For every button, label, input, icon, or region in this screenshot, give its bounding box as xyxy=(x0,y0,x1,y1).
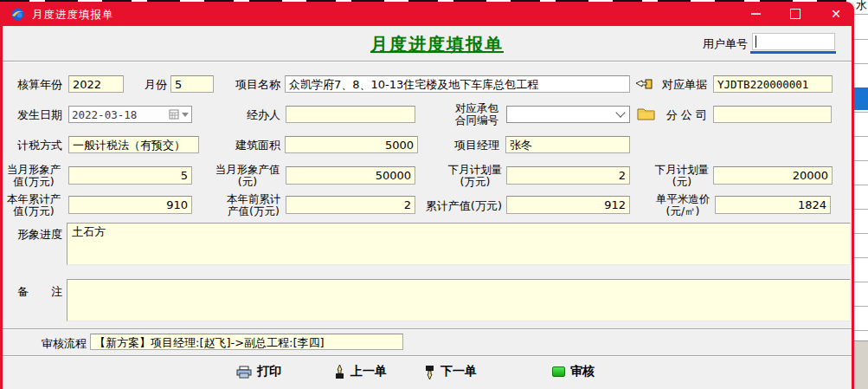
contract-no-label-line1: 对应承包 xyxy=(452,102,502,114)
remark-textarea[interactable] xyxy=(67,279,851,321)
cur-month-yuan-label-line1: 当月形象产值 xyxy=(213,164,282,176)
next-month-wan-label: 下月计划量 (万元) xyxy=(447,164,503,188)
doc-no-field[interactable]: YJDTB220000001 xyxy=(713,75,833,93)
total-output-label: 累计产值(万元) xyxy=(422,199,502,212)
minimize-icon xyxy=(751,13,761,15)
unit-cost-field[interactable]: 1824 xyxy=(715,196,831,214)
handler-label: 经办人 xyxy=(242,108,280,121)
titlebar[interactable]: 月度进度填报单 ✕ xyxy=(0,2,854,26)
background-selected-cell xyxy=(854,88,868,110)
cur-month-wan-label-line1: 当月形象产 xyxy=(5,164,62,176)
cur-month-yuan-label: 当月形象产值 (元) xyxy=(213,164,282,188)
text-caret xyxy=(755,36,756,48)
chevron-down-icon xyxy=(615,107,625,117)
doc-no-label: 对应单据 xyxy=(662,78,707,91)
form-title: 月度进度填报单 xyxy=(346,33,528,56)
year-label: 核算年份 xyxy=(12,78,62,91)
ytd-output-label-line2: 值(万元) xyxy=(5,205,62,217)
branch-label: 分 公 司 xyxy=(660,108,707,121)
unit-cost-label: 单平米造价 (元/㎡) xyxy=(653,193,712,217)
unit-cost-label-line2: (元/㎡) xyxy=(653,205,712,217)
cur-month-yuan-label-line2: (元) xyxy=(213,176,282,188)
user-no-label: 用户单号 xyxy=(703,36,751,52)
next-month-yuan-label: 下月计划量 (元) xyxy=(653,164,710,188)
audit-button[interactable]: 审核 xyxy=(552,363,595,380)
date-label: 发生日期 xyxy=(12,108,62,121)
prev-output-field[interactable]: 2 xyxy=(286,196,415,214)
maximize-button[interactable] xyxy=(778,2,813,26)
tax-method-field[interactable]: 一般计税法（有预交） xyxy=(68,136,199,153)
header-separator xyxy=(3,61,852,62)
next-month-wan-label-line2: (万元) xyxy=(447,176,503,188)
ytd-output-label-line1: 本年累计产 xyxy=(5,193,62,205)
total-output-field[interactable]: 912 xyxy=(506,196,630,214)
date-dropdown-icon[interactable] xyxy=(182,113,189,117)
cur-month-wan-label-line2: 值(万元) xyxy=(5,176,62,188)
audit-green-icon xyxy=(552,366,565,377)
hand-up-icon xyxy=(334,365,345,379)
audit-flow-field[interactable]: 【新方案】项目经理:[赵飞]->副总工程:[李四] xyxy=(90,334,403,350)
ytd-output-field[interactable]: 910 xyxy=(68,196,192,214)
minimize-button[interactable] xyxy=(738,2,773,26)
audit-flow-label: 审核流程 xyxy=(38,337,87,350)
progress-label: 形象进度 xyxy=(12,228,62,241)
tax-method-label: 计税方式 xyxy=(12,139,62,152)
cur-month-wan-field[interactable]: 5 xyxy=(68,166,192,185)
app-logo-icon xyxy=(10,7,25,22)
audit-separator xyxy=(3,328,852,330)
printer-icon xyxy=(236,366,252,379)
background-window-strip: 水 xyxy=(854,0,868,389)
folder-icon[interactable] xyxy=(637,107,655,124)
year-field[interactable]: 2022 xyxy=(68,75,124,93)
prev-output-label-line2: 产值(万元) xyxy=(225,205,282,217)
background-panel xyxy=(854,340,868,389)
cur-month-wan-label: 当月形象产 值(万元) xyxy=(5,164,62,188)
building-area-field[interactable]: 5000 xyxy=(285,136,418,153)
cur-month-yuan-field[interactable]: 50000 xyxy=(286,166,415,185)
contract-no-combobox[interactable] xyxy=(506,106,630,123)
print-button[interactable]: 打印 xyxy=(236,363,281,380)
date-picker[interactable]: 2022-03-18 xyxy=(68,106,192,123)
handler-field[interactable] xyxy=(286,106,415,123)
project-manager-label: 项目经理 xyxy=(453,139,499,152)
next-month-yuan-field[interactable]: 20000 xyxy=(713,166,833,185)
branch-field[interactable] xyxy=(713,106,832,123)
next-button-label: 下一单 xyxy=(440,364,477,379)
project-name-label: 项目名称 xyxy=(235,78,280,91)
date-value: 2022-03-18 xyxy=(72,108,169,121)
button-bar-separator xyxy=(3,355,852,357)
project-manager-field[interactable]: 张冬 xyxy=(505,136,630,153)
project-name-field[interactable]: 众凯学府7、8、10-13住宅楼及地下车库总包工程 xyxy=(285,75,630,93)
next-month-yuan-label-line2: (元) xyxy=(653,176,710,188)
pointing-hand-icon[interactable] xyxy=(635,77,653,94)
prev-output-label-line1: 本年前累计 xyxy=(225,193,282,205)
unit-cost-label-line1: 单平米造价 xyxy=(653,193,712,205)
next-month-wan-label-line1: 下月计划量 xyxy=(447,164,503,176)
close-button[interactable]: ✕ xyxy=(819,2,853,26)
app-window: 月度进度填报单 ✕ 水 月度进度填报单 用户单号 核算年份 2022 月份 5 … xyxy=(0,0,868,389)
building-area-label: 建筑面积 xyxy=(234,139,280,152)
next-month-yuan-label-line1: 下月计划量 xyxy=(653,164,710,176)
maximize-icon xyxy=(790,9,800,19)
contract-no-label-line2: 合同编号 xyxy=(452,114,502,126)
prev-output-label: 本年前累计 产值(万元) xyxy=(225,193,282,217)
print-button-label: 打印 xyxy=(257,364,281,379)
next-button[interactable]: 下一单 xyxy=(424,363,477,380)
window-title: 月度进度填报单 xyxy=(32,8,114,23)
progress-textarea[interactable]: 土石方 xyxy=(67,223,851,265)
month-field[interactable]: 5 xyxy=(170,75,214,93)
next-month-wan-field[interactable]: 2 xyxy=(506,166,630,185)
window-border-left xyxy=(0,26,3,389)
user-no-underline xyxy=(750,51,836,54)
prev-button-label: 上一单 xyxy=(350,364,387,379)
remark-label: 备 注 xyxy=(12,285,62,298)
hand-down-icon xyxy=(424,365,435,379)
user-no-input[interactable] xyxy=(752,33,835,50)
prev-button[interactable]: 上一单 xyxy=(334,363,387,380)
background-grid-lines xyxy=(854,0,868,340)
ytd-output-label: 本年累计产 值(万元) xyxy=(5,193,62,217)
contract-no-label: 对应承包 合同编号 xyxy=(452,102,502,126)
calendar-icon xyxy=(169,109,179,120)
audit-button-label: 审核 xyxy=(570,364,595,379)
month-label: 月份 xyxy=(141,78,167,91)
